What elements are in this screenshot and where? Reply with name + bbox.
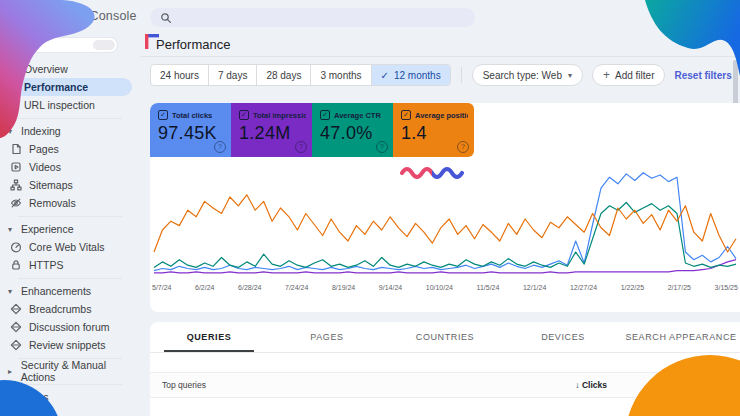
top-queries-column-header[interactable]: Top queries [162, 380, 527, 390]
header-divider [140, 56, 740, 57]
video-icon [10, 161, 22, 173]
chevron-down-icon: ▾ [8, 287, 17, 296]
help-icon[interactable]: ? [295, 141, 307, 153]
sidebar-section-label: Security & Manual Actions [21, 359, 140, 383]
metric-card-total-impressions[interactable]: ✓Total impressions1.24M? [231, 103, 312, 157]
gem-icon [10, 321, 22, 333]
sidebar-item-label: HTTPS [29, 259, 63, 271]
x-axis-tick-label: 2/17/25 [668, 284, 691, 291]
clicks-column-header[interactable]: ↓ Clicks [527, 380, 607, 390]
help-icon[interactable]: ? [457, 141, 469, 153]
lock-icon [10, 259, 22, 271]
sidebar-item-label: Core Web Vitals [29, 241, 104, 253]
series-ctr [154, 203, 736, 268]
gem-icon [10, 303, 22, 315]
x-axis-tick-label: 12/1/24 [523, 284, 546, 291]
x-axis-tick-label: 6/2/24 [195, 284, 214, 291]
sidebar-item-https[interactable]: HTTPS [0, 256, 140, 274]
metric-card-average-position[interactable]: ✓Average position1.4? [393, 103, 474, 157]
sidebar-section-enhancements[interactable]: ▾Enhancements [0, 282, 140, 300]
tab-label: SEARCH APPEARANCE [625, 332, 736, 342]
sidebar-item-videos[interactable]: Videos [0, 158, 140, 176]
date-range-12-months[interactable]: ✓12 months [372, 65, 450, 85]
x-axis-tick-label: 5/7/24 [152, 284, 171, 291]
sidebar-section-experience[interactable]: ▾Experience [0, 220, 140, 238]
x-axis-tick-label: 7/24/24 [285, 284, 308, 291]
property-selector[interactable] [18, 37, 118, 53]
gauge-icon [10, 241, 22, 253]
sidebar-item-label: Links [24, 391, 49, 403]
squiggle-decoration [398, 163, 472, 181]
x-axis-tick-label: 11/5/24 [477, 284, 500, 291]
sidebar-item-label: Overview [24, 63, 68, 75]
help-icon[interactable]: ? [214, 141, 226, 153]
reset-filters-link[interactable]: Reset filters [674, 70, 731, 81]
magnifier-icon [160, 12, 172, 24]
x-axis-tick-label: 6/28/24 [238, 284, 261, 291]
sidebar-item-url-inspection[interactable]: URL inspection [0, 96, 140, 114]
sidebar-item-discussion-forum[interactable]: Discussion forum [0, 318, 140, 336]
impressions-column-header[interactable]: Impressions [607, 380, 740, 390]
dimensions-panel: QUERIESPAGESCOUNTRIESDEVICESSEARCH APPEA… [150, 322, 740, 416]
metric-card-average-ctr[interactable]: ✓Average CTR47.0%? [312, 103, 393, 157]
chevron-right-icon: ▸ [8, 367, 17, 376]
date-range-group: 24 hours7 days28 days3 months✓12 months [150, 64, 451, 86]
checkbox-icon[interactable]: ✓ [320, 110, 330, 120]
x-axis-tick-label: 12/27/24 [570, 284, 597, 291]
tab-countries[interactable]: COUNTRIES [386, 322, 504, 352]
metric-cards: ✓Total clicks97.45K?✓Total impressions1.… [150, 103, 474, 157]
date-range-7-days[interactable]: 7 days [209, 65, 257, 85]
help-icon[interactable]: ? [376, 141, 388, 153]
checkbox-icon[interactable]: ✓ [239, 110, 249, 120]
sidebar-item-sitemaps[interactable]: Sitemaps [0, 176, 140, 194]
tab-pages[interactable]: PAGES [268, 322, 386, 352]
vertical-scrollbar[interactable] [733, 60, 738, 106]
checkbox-icon[interactable]: ✓ [158, 110, 168, 120]
chevron-down-icon: ▾ [8, 225, 17, 234]
sidebar-item-links[interactable]: Links [0, 388, 140, 406]
check-icon: ✓ [381, 70, 389, 81]
tab-search-appearance[interactable]: SEARCH APPEARANCE [622, 322, 740, 352]
date-range-28-days[interactable]: 28 days [257, 65, 311, 85]
sidebar-item-breadcrumbs[interactable]: Breadcrumbs [0, 300, 140, 318]
app-title: Search Console [45, 9, 137, 23]
sidebar-section-security-manual-actions[interactable]: ▸Security & Manual Actions [0, 362, 140, 380]
sidebar-item-overview[interactable]: Overview [0, 60, 140, 78]
metric-value: 47.0% [320, 123, 387, 144]
search-console-app: Search Console OverviewPerformanceURL in… [0, 0, 740, 416]
sidebar-item-label: Removals [29, 197, 76, 209]
sidebar-item-performance[interactable]: Performance [0, 78, 132, 96]
date-range-3-months[interactable]: 3 months [311, 65, 371, 85]
sidebar-item-label: Breadcrumbs [29, 303, 91, 315]
chevron-down-icon: ▾ [8, 127, 17, 136]
property-selector-button[interactable] [93, 40, 115, 50]
date-range-label: 24 hours [160, 70, 199, 81]
search-input[interactable] [150, 8, 475, 27]
tab-label: QUERIES [187, 332, 232, 342]
metric-label: Average CTR [334, 111, 381, 120]
tab-label: DEVICES [541, 332, 585, 342]
sidebar-item-review-snippets[interactable]: Review snippets [0, 336, 140, 354]
sidebar-item-label: Sitemaps [29, 179, 73, 191]
sort-down-icon: ↓ [575, 380, 579, 390]
checkbox-icon[interactable]: ✓ [401, 110, 411, 120]
sidebar-section-label: Indexing [21, 125, 61, 137]
search-type-dropdown[interactable]: Search type: Web ▾ [472, 64, 583, 86]
plus-icon: + [603, 68, 610, 82]
sidebar-item-removals[interactable]: Removals [0, 194, 140, 212]
tab-devices[interactable]: DEVICES [504, 322, 622, 352]
sidebar-item-pages[interactable]: Pages [0, 140, 140, 158]
gem-icon [10, 339, 22, 351]
sidebar-item-core-web-vitals[interactable]: Core Web Vitals [0, 238, 140, 256]
add-filter-button[interactable]: + Add filter [592, 64, 665, 86]
date-range-label: 12 months [394, 70, 441, 81]
series-position [154, 195, 736, 252]
series-clicks [154, 173, 736, 271]
date-range-24-hours[interactable]: 24 hours [151, 65, 209, 85]
sidebar-section-indexing[interactable]: ▾Indexing [0, 122, 140, 140]
page-title: Performance [156, 37, 230, 52]
metric-label: Total clicks [172, 111, 212, 120]
add-filter-label: Add filter [615, 70, 654, 81]
metric-card-total-clicks[interactable]: ✓Total clicks97.45K? [150, 103, 231, 157]
tab-queries[interactable]: QUERIES [150, 322, 268, 352]
